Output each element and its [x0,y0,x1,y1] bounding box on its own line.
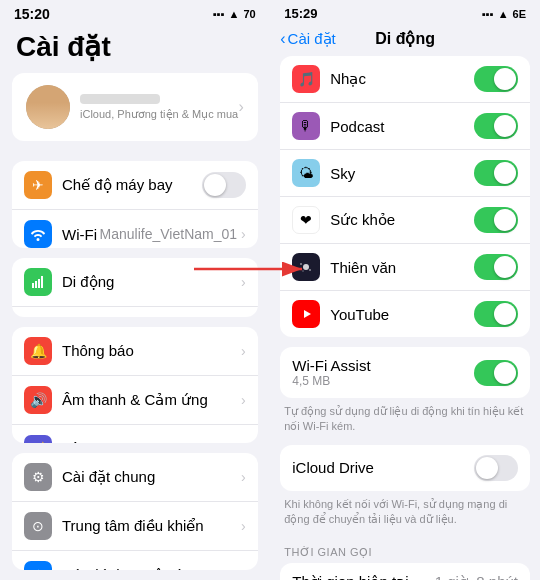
current-time-row: Thời gian hiện tại 1 giờ, 8 phút [280,563,530,580]
focus-row[interactable]: 🌙 Tập trung › [12,425,258,444]
podcast-toggle[interactable] [474,113,518,139]
sound-chevron-icon: › [241,392,246,408]
wifi-assist-row[interactable]: Wi-Fi Assist 4,5 MB [280,347,530,398]
youtube-app-icon [292,300,320,328]
general-icon: ⚙ [24,463,52,491]
astronomy-app-icon [292,253,320,281]
astronomy-app-name: Thiên văn [330,259,474,276]
wifi-assist-desc: Tự động sử dụng dữ liệu di động khi tín … [270,402,540,445]
battery-icon: 70 [244,8,256,20]
display-row[interactable]: ☀ Màn hình & Độ sáng › [12,551,258,570]
right-status-bar: 15:29 ▪▪▪ ▲ 6E [270,0,540,25]
wifi-assist-toggle[interactable] [474,360,518,386]
page-title: Cài đặt [0,26,270,73]
wifi-label: Wi-Fi [62,226,100,243]
right-scroll-area[interactable]: 🎵 Nhạc 🎙 Podcast 🌤 Sky ❤ Sức khỏe [270,56,540,580]
display-label: Màn hình & Độ sáng [62,566,241,570]
app-row-health[interactable]: ❤ Sức khỏe [280,197,530,244]
settings-group-1: ✈ Chế độ máy bay Wi-Fi Manulife_VietNam_… [12,161,258,248]
app-row-sky[interactable]: 🌤 Sky [280,150,530,197]
airplane-icon: ✈ [24,171,52,199]
svg-rect-1 [35,281,37,288]
wifi-assist-title: Wi-Fi Assist [292,357,474,374]
back-button[interactable]: ‹ Cài đặt [280,30,336,48]
control-center-label: Trung tâm điều khiển [62,517,241,535]
app-row-astronomy[interactable]: Thiên văn [280,244,530,291]
svg-rect-0 [32,283,34,288]
wifi-assist-group: Wi-Fi Assist 4,5 MB [280,347,530,398]
focus-chevron-icon: › [241,441,246,444]
wifi-row-icon [24,220,52,248]
wifi-icon: ▲ [229,8,240,20]
profile-sub: iCloud, Phương tiện & Mục mua [80,108,238,121]
profile-card[interactable]: iCloud, Phương tiện & Mục mua › [12,73,258,141]
svg-point-13 [300,263,302,265]
icloud-row[interactable]: iCloud Drive [280,445,530,491]
icloud-toggle[interactable] [474,455,518,481]
airplane-label: Chế độ máy bay [62,176,202,194]
sound-row[interactable]: 🔊 Âm thanh & Cảm ứng › [12,376,258,425]
astronomy-toggle[interactable] [474,254,518,280]
right-wifi-icon: ▲ [498,8,509,20]
right-panel: 15:29 ▪▪▪ ▲ 6E ‹ Cài đặt Di động 🎵 Nhạc … [270,0,540,580]
sky-app-name: Sky [330,165,474,182]
svg-point-15 [302,270,304,272]
health-app-icon: ❤ [292,206,320,234]
airplane-mode-row[interactable]: ✈ Chế độ máy bay [12,161,258,210]
general-row[interactable]: ⚙ Cài đặt chung › [12,453,258,502]
svg-rect-3 [41,276,43,288]
settings-group-3: 🔔 Thông báo › 🔊 Âm thanh & Cảm ứng › 🌙 T… [12,327,258,444]
app-row-podcast[interactable]: 🎙 Podcast [280,103,530,150]
right-status-icons: ▪▪▪ ▲ 6E [482,8,526,20]
health-toggle[interactable] [474,207,518,233]
left-panel: 15:20 ▪▪▪ ▲ 70 Cài đặt iCloud, Phương ti… [0,0,270,580]
wifi-chevron-icon: › [241,226,246,242]
youtube-app-name: YouTube [330,306,474,323]
display-chevron-icon: › [241,567,246,570]
signal-icon: ▪▪▪ [213,8,225,20]
app-list-group: 🎵 Nhạc 🎙 Podcast 🌤 Sky ❤ Sức khỏe [280,56,530,337]
notifications-chevron-icon: › [241,343,246,359]
control-center-row[interactable]: ⊙ Trung tâm điều khiển › [12,502,258,551]
wifi-assist-info: Wi-Fi Assist 4,5 MB [292,357,474,388]
control-center-icon: ⊙ [24,512,52,540]
podcast-app-icon: 🎙 [292,112,320,140]
app-row-music[interactable]: 🎵 Nhạc [280,56,530,103]
wifi-value: Manulife_VietNam_01 [100,226,238,242]
notifications-label: Thông báo [62,342,241,359]
hotspot-row[interactable]: Điểm truy cập cá nhân › [12,307,258,316]
svg-rect-2 [38,279,40,288]
sound-icon: 🔊 [24,386,52,414]
app-row-youtube[interactable]: YouTube [280,291,530,337]
sky-toggle[interactable] [474,160,518,186]
time-section-header: THỜI GIAN GỌI [270,538,540,563]
wifi-row[interactable]: Wi-Fi Manulife_VietNam_01 › [12,210,258,248]
wifi-assist-size: 4,5 MB [292,374,474,388]
music-app-icon: 🎵 [292,65,320,93]
time-group: Thời gian hiện tại 1 giờ, 8 phút Thời lư… [280,563,530,580]
svg-point-14 [309,269,311,271]
control-center-chevron-icon: › [241,518,246,534]
youtube-toggle[interactable] [474,301,518,327]
notifications-icon: 🔔 [24,337,52,365]
left-time: 15:20 [14,6,50,22]
current-time-value: 1 giờ, 8 phút [435,573,518,580]
sound-label: Âm thanh & Cảm ứng [62,391,241,409]
music-toggle[interactable] [474,66,518,92]
airplane-toggle[interactable] [202,172,246,198]
right-signal-icon: ▪▪▪ [482,8,494,20]
settings-group-4: ⚙ Cài đặt chung › ⊙ Trung tâm điều khiển… [12,453,258,570]
cellular-row[interactable]: Di động › [12,258,258,307]
general-chevron-icon: › [241,469,246,485]
back-label: Cài đặt [288,30,336,48]
left-status-bar: 15:20 ▪▪▪ ▲ 70 [0,0,270,26]
right-title: Di động [375,29,435,48]
podcast-app-name: Podcast [330,118,474,135]
focus-icon: 🌙 [24,435,52,444]
icloud-group: iCloud Drive [280,445,530,491]
notifications-row[interactable]: 🔔 Thông báo › [12,327,258,376]
cellular-label: Di động [62,273,241,291]
profile-chevron-icon: › [238,98,243,116]
svg-point-12 [303,264,309,270]
avatar [26,85,70,129]
